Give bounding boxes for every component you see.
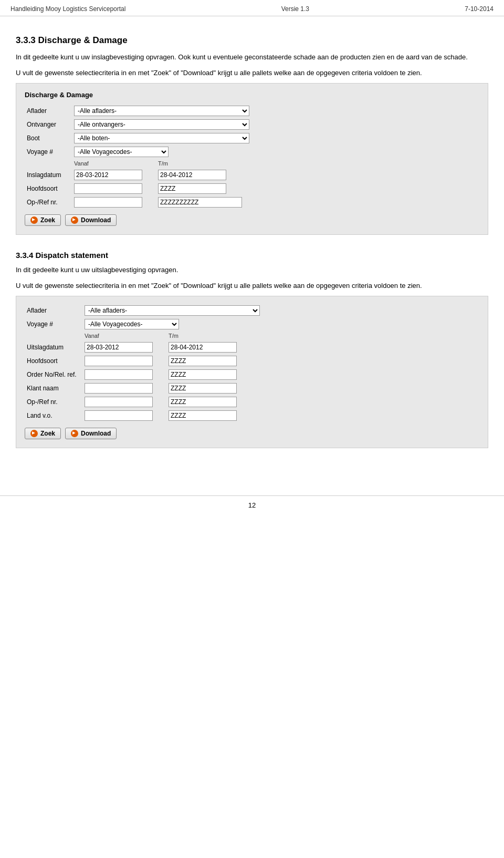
orderno-label: Order No/Rel. ref. [25, 368, 82, 381]
form2-orderno-row: Order No/Rel. ref. [25, 368, 479, 381]
hoofdsoort-to-input-1[interactable] [158, 183, 226, 194]
form2-date-headers: Vanaf T/m [25, 331, 479, 340]
boot-input-cell: -Alle boten- [72, 131, 479, 145]
dispatch-statement-panel: Aflader -Alle afladers- Voyage # -Alle V… [16, 296, 488, 448]
klant-from-input[interactable] [85, 383, 153, 394]
hoofdsoort-label-2: Hoofdsoort [25, 354, 82, 368]
download-label-1: Download [81, 216, 111, 224]
section-heading-2: 3.3.4 Dispatch statement [16, 251, 488, 260]
section-text-2: U vult de gewenste selectiecriteria in e… [16, 68, 488, 78]
panel-title-1: Discharge & Damage [25, 91, 479, 99]
boot-select[interactable]: -Alle boten- [74, 133, 249, 143]
form1-opref-row: Op-/Ref nr. [25, 195, 479, 209]
zoek-icon-2 [30, 430, 38, 437]
orderno-to-input[interactable] [169, 369, 237, 380]
page-number: 12 [248, 501, 256, 509]
land-label: Land v.o. [25, 409, 82, 422]
date-label: 7-10-2014 [465, 5, 494, 13]
voyage-input-cell: -Alle Voyagecodes- [72, 145, 479, 159]
aflader-input-cell-2: -Alle afladers- [82, 304, 479, 317]
tm-header-1: T/m [156, 159, 479, 168]
inslagdatum-from-input[interactable] [74, 170, 142, 180]
ontvanger-select[interactable]: -Alle ontvangers- [74, 119, 249, 130]
download-icon-2 [71, 430, 78, 437]
vanaf-header-2: Vanaf [82, 331, 166, 340]
opref-from-input-1[interactable] [74, 197, 142, 208]
form1-date-headers: Vanaf T/m [25, 159, 479, 168]
download-button-1[interactable]: Download [65, 214, 117, 226]
form2-table: Aflader -Alle afladers- Voyage # -Alle V… [25, 304, 479, 422]
zoek-button-2[interactable]: Zoek [25, 428, 61, 439]
opref-label-2: Op-/Ref nr. [25, 395, 82, 409]
tm-header-2: T/m [166, 331, 479, 340]
aflader-label-2: Aflader [25, 304, 82, 317]
orderno-from-input[interactable] [85, 369, 153, 380]
land-to-input[interactable] [169, 410, 237, 421]
vanaf-header-1: Vanaf [72, 159, 156, 168]
zoek-button-1[interactable]: Zoek [25, 214, 61, 226]
download-label-2: Download [81, 430, 111, 437]
form1-boot-row: Boot -Alle boten- [25, 131, 479, 145]
discharge-damage-panel: Discharge & Damage Aflader -Alle aflader… [16, 83, 488, 235]
hoofdsoort-label-1: Hoofdsoort [25, 182, 72, 195]
uitslagdatum-label: Uitslagdatum [25, 340, 82, 354]
form1-voyage-row: Voyage # -Alle Voyagecodes- [25, 145, 479, 159]
hoofdsoort-from-input-1[interactable] [74, 183, 142, 194]
main-content: 3.3.3 Discharge & Damage In dit gedeelte… [0, 16, 504, 474]
form1-btn-row: Zoek Download [25, 214, 479, 226]
voyage-label-2: Voyage # [25, 317, 82, 331]
section-text-1: In dit gedeelte kunt u uw inslagbevestig… [16, 52, 488, 63]
aflader-label: Aflader [25, 104, 72, 118]
form1-ontvanger-row: Ontvanger -Alle ontvangers- [25, 118, 479, 131]
land-from-input[interactable] [85, 410, 153, 421]
form1-inslagdatum-row: Inslagdatum [25, 168, 479, 182]
inslagdatum-to-input[interactable] [158, 170, 226, 180]
form2-aflader-row: Aflader -Alle afladers- [25, 304, 479, 317]
form2-klant-row: Klant naam [25, 381, 479, 395]
opref-label-1: Op-/Ref nr. [25, 195, 72, 209]
zoek-label-2: Zoek [40, 430, 55, 437]
form2-uitslagdatum-row: Uitslagdatum [25, 340, 479, 354]
boot-label: Boot [25, 131, 72, 145]
uitslagdatum-from-input[interactable] [85, 342, 153, 353]
form1-aflader-row: Aflader -Alle afladers- [25, 104, 479, 118]
voyage-label: Voyage # [25, 145, 72, 159]
aflader-select[interactable]: -Alle afladers- [74, 106, 249, 116]
form2-voyage-row: Voyage # -Alle Voyagecodes- [25, 317, 479, 331]
page-footer: 12 [0, 495, 504, 514]
ontvanger-label: Ontvanger [25, 118, 72, 131]
section-text-4: U vult de gewenste selectiecriteria in e… [16, 281, 488, 291]
version-label: Versie 1.3 [281, 5, 309, 13]
zoek-label-1: Zoek [40, 216, 55, 224]
aflader-select-2[interactable]: -Alle afladers- [85, 305, 260, 316]
voyage-input-cell-2: -Alle Voyagecodes- [82, 317, 479, 331]
form1-table: Aflader -Alle afladers- Ontvanger -Alle … [25, 104, 479, 209]
form1-hoofdsoort-row: Hoofdsoort [25, 182, 479, 195]
aflader-input-cell: -Alle afladers- [72, 104, 479, 118]
form2-hoofdsoort-row: Hoofdsoort [25, 354, 479, 368]
download-icon-1 [71, 216, 78, 224]
opref-to-input-1[interactable] [158, 197, 242, 208]
doc-title: Handleiding Mooy Logistics Serviceportal [10, 5, 125, 13]
form2-land-row: Land v.o. [25, 409, 479, 422]
form2-btn-row: Zoek Download [25, 428, 479, 439]
opref-to-input-2[interactable] [169, 397, 237, 407]
klant-to-input[interactable] [169, 383, 237, 394]
inslagdatum-label: Inslagdatum [25, 168, 72, 182]
page-header: Handleiding Mooy Logistics Serviceportal… [0, 0, 504, 16]
download-button-2[interactable]: Download [65, 428, 117, 439]
klant-label: Klant naam [25, 381, 82, 395]
form2-opref-row: Op-/Ref nr. [25, 395, 479, 409]
opref-from-input-2[interactable] [85, 397, 153, 407]
ontvanger-input-cell: -Alle ontvangers- [72, 118, 479, 131]
hoofdsoort-from-input-2[interactable] [85, 356, 153, 366]
zoek-icon-1 [30, 216, 38, 224]
uitslagdatum-to-input[interactable] [169, 342, 237, 353]
section-text-3: In dit gedeelte kunt u uw uitslagbevesti… [16, 265, 488, 275]
hoofdsoort-to-input-2[interactable] [169, 356, 237, 366]
voyage-select[interactable]: -Alle Voyagecodes- [74, 147, 169, 157]
voyage-select-2[interactable]: -Alle Voyagecodes- [85, 319, 179, 329]
section-heading-1: 3.3.3 Discharge & Damage [16, 35, 488, 46]
